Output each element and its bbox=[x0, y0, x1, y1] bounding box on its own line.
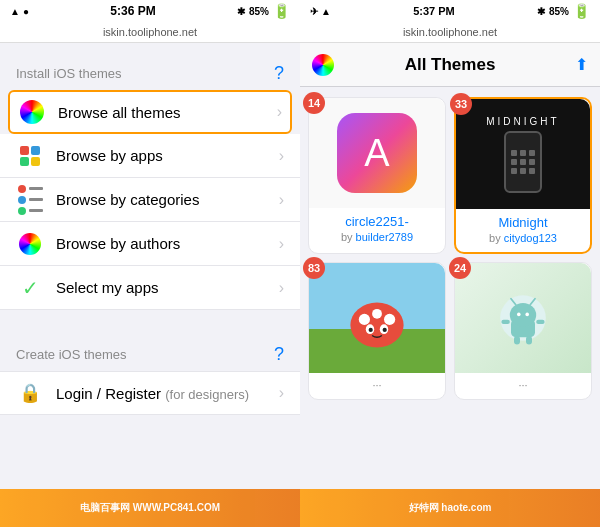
theme-badge-android: 24 bbox=[449, 257, 471, 279]
themes-grid: 14 circle2251- by builder2789 33 MIDNIGH… bbox=[300, 87, 600, 410]
menu-item-browse-authors[interactable]: Browse by authors › bbox=[0, 222, 300, 266]
right-url-text: iskin.tooliphone.net bbox=[403, 26, 497, 38]
authors-icon bbox=[16, 230, 44, 258]
menu-label-browse-categories: Browse by categories bbox=[56, 191, 279, 208]
theme-card-mario[interactable]: 83 bbox=[308, 262, 446, 400]
right-wifi-icon: ▲ bbox=[321, 6, 331, 17]
svg-point-4 bbox=[359, 314, 370, 325]
install-help-icon[interactable]: ? bbox=[274, 63, 284, 84]
checkmark-icon: ✓ bbox=[16, 274, 44, 302]
menu-label-browse-all: Browse all themes bbox=[58, 104, 277, 121]
wifi-icon: ▲ bbox=[10, 6, 20, 17]
svg-rect-18 bbox=[501, 320, 509, 324]
right-bluetooth-icon: ✱ bbox=[537, 6, 545, 17]
theme-name-android: ··· bbox=[518, 379, 527, 391]
right-share-icon[interactable]: ⬆ bbox=[575, 55, 588, 74]
theme-card-midnight[interactable]: 33 MIDNIGHT bbox=[454, 97, 592, 254]
right-watermark: 好特网 haote.com bbox=[300, 489, 600, 527]
right-url-bar[interactable]: iskin.tooliphone.net bbox=[300, 22, 600, 43]
chevron-browse-authors: › bbox=[279, 235, 284, 253]
theme-card-android[interactable]: 24 bbox=[454, 262, 592, 400]
chevron-select-apps: › bbox=[279, 279, 284, 297]
theme-img-android bbox=[455, 263, 591, 373]
menu-group: Browse all themes › Browse by apps › bbox=[0, 90, 300, 310]
install-section-header: Install iOS themes ? bbox=[0, 57, 300, 90]
chevron-login: › bbox=[279, 384, 284, 402]
theme-name-midnight: Midnight bbox=[498, 215, 547, 230]
svg-rect-20 bbox=[514, 336, 520, 344]
left-watermark: 电脑百事网 WWW.PC841.COM bbox=[0, 489, 300, 527]
chevron-browse-categories: › bbox=[279, 191, 284, 209]
right-logo-icon bbox=[312, 54, 334, 76]
battery-icon: 🔋 bbox=[273, 3, 290, 19]
lock-icon: 🔒 bbox=[16, 379, 44, 407]
theme-badge-mario: 83 bbox=[303, 257, 325, 279]
svg-rect-19 bbox=[536, 320, 544, 324]
left-status-bar: ▲ ● 5:36 PM ✱ 85% 🔋 bbox=[0, 0, 300, 22]
svg-point-6 bbox=[384, 314, 395, 325]
menu-item-browse-all[interactable]: Browse all themes › bbox=[8, 90, 292, 134]
right-status-bar: ✈ ▲ 5:37 PM ✱ 85% 🔋 bbox=[300, 0, 600, 22]
right-nav-title: All Themes bbox=[405, 55, 496, 75]
color-wheel-icon bbox=[18, 98, 46, 126]
create-section-header: Create iOS themes ? bbox=[0, 338, 300, 371]
apps-grid-icon bbox=[16, 142, 44, 170]
right-nav-bar: All Themes ⬆ bbox=[300, 43, 600, 87]
left-battery-area: ✱ 85% 🔋 bbox=[237, 3, 290, 19]
menu-label-select-apps: Select my apps bbox=[56, 279, 279, 296]
right-battery-icon: 🔋 bbox=[573, 3, 590, 19]
right-battery-label: 85% bbox=[549, 6, 569, 17]
categories-icon bbox=[16, 186, 44, 214]
chevron-browse-all: › bbox=[277, 103, 282, 121]
theme-author-midnight: by citydog123 bbox=[489, 232, 557, 244]
menu-item-browse-categories[interactable]: Browse by categories › bbox=[0, 178, 300, 222]
left-panel: ▲ ● 5:36 PM ✱ 85% 🔋 iskin.tooliphone.net… bbox=[0, 0, 300, 527]
right-time: 5:37 PM bbox=[413, 5, 455, 17]
theme-name-circle2251: circle2251- bbox=[345, 214, 409, 229]
right-watermark-text: 好特网 haote.com bbox=[409, 501, 492, 515]
create-section-label: Create iOS themes bbox=[16, 347, 127, 362]
theme-badge-circle2251: 14 bbox=[303, 92, 325, 114]
menu-item-select-apps[interactable]: ✓ Select my apps › bbox=[0, 266, 300, 310]
left-watermark-text: 电脑百事网 WWW.PC841.COM bbox=[80, 501, 220, 515]
chevron-browse-apps: › bbox=[279, 147, 284, 165]
theme-name-mario: ··· bbox=[372, 379, 381, 391]
right-battery-area: ✱ 85% 🔋 bbox=[537, 3, 590, 19]
theme-card-circle2251[interactable]: 14 circle2251- by builder2789 bbox=[308, 97, 446, 254]
left-url-bar[interactable]: iskin.tooliphone.net bbox=[0, 22, 300, 43]
install-section-label: Install iOS themes bbox=[16, 66, 122, 81]
signal-icon: ● bbox=[23, 6, 29, 17]
left-time: 5:36 PM bbox=[110, 4, 155, 18]
menu-label-browse-authors: Browse by authors bbox=[56, 235, 279, 252]
theme-img-midnight: MIDNIGHT bbox=[456, 99, 590, 209]
svg-point-10 bbox=[383, 328, 387, 332]
right-signal-icons: ✈ ▲ bbox=[310, 6, 331, 17]
menu-item-login[interactable]: 🔒 Login / Register (for designers) › bbox=[0, 371, 300, 415]
bluetooth-icon: ✱ bbox=[237, 6, 245, 17]
right-plane-icon: ✈ bbox=[310, 6, 318, 17]
svg-point-13 bbox=[510, 303, 536, 327]
battery-label: 85% bbox=[249, 6, 269, 17]
menu-item-browse-apps[interactable]: Browse by apps › bbox=[0, 134, 300, 178]
theme-img-circle2251 bbox=[309, 98, 445, 208]
svg-point-9 bbox=[369, 328, 373, 332]
menu-label-browse-apps: Browse by apps bbox=[56, 147, 279, 164]
menu-label-login: Login / Register (for designers) bbox=[56, 385, 279, 402]
left-url-text: iskin.tooliphone.net bbox=[103, 26, 197, 38]
create-help-icon[interactable]: ? bbox=[274, 344, 284, 365]
theme-img-mario bbox=[309, 263, 445, 373]
theme-author-circle2251: by builder2789 bbox=[341, 231, 413, 243]
svg-rect-21 bbox=[526, 336, 532, 344]
theme-badge-midnight: 33 bbox=[450, 93, 472, 115]
svg-point-17 bbox=[525, 313, 529, 317]
right-panel: ✈ ▲ 5:37 PM ✱ 85% 🔋 iskin.tooliphone.net… bbox=[300, 0, 600, 527]
left-content: Install iOS themes ? Browse all themes › bbox=[0, 43, 300, 527]
left-signal-icons: ▲ ● bbox=[10, 6, 29, 17]
svg-point-5 bbox=[372, 309, 382, 319]
svg-point-16 bbox=[517, 313, 521, 317]
